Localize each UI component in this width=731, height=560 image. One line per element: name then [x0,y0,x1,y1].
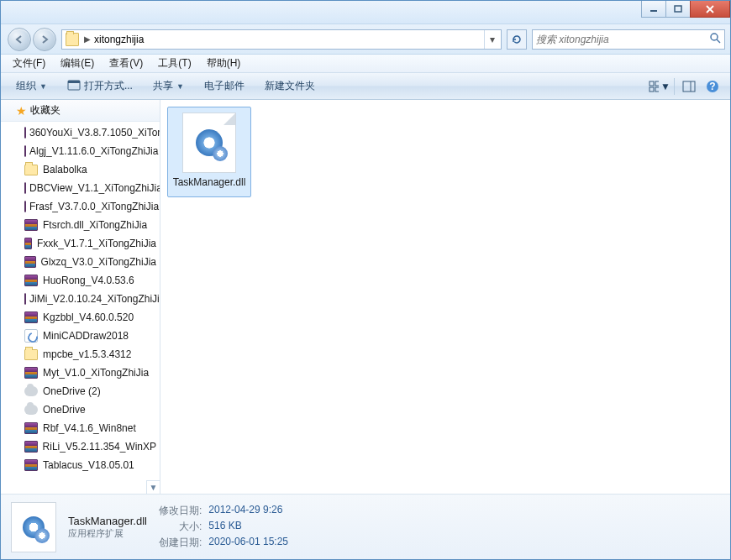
email-label: 电子邮件 [204,79,245,93]
scroll-down-button[interactable]: ▼ [146,480,160,494]
email-button[interactable]: 电子邮件 [196,76,253,96]
close-button[interactable] [690,1,730,18]
menu-file[interactable]: 文件(F) [6,55,52,72]
sidebar-item[interactable]: Rbf_V4.1.6_Win8net [1,419,160,437]
breadcrumb-sep-icon[interactable]: ▶ [81,34,94,44]
content-area[interactable]: TaskManager.dll [160,100,730,494]
preview-pane-button[interactable] [678,77,700,96]
sidebar-item[interactable]: OneDrive (2) [1,382,160,400]
rar-icon [24,275,38,286]
sidebar-item[interactable]: Algj_V1.11.6.0_XiTongZhiJia [1,142,160,160]
svg-rect-7 [655,81,659,86]
sidebar-item[interactable]: JiMi_V2.0.10.24_XiTongZhiJia [1,290,160,308]
rar-icon [24,422,38,434]
sidebar-item[interactable]: mpcbe_v1.5.3.4312 [1,345,160,364]
search-input[interactable] [536,34,709,45]
folder-icon [66,33,79,46]
size-value: 516 KB [208,520,288,534]
help-icon: ? [706,80,719,93]
sidebar-item-label: Tablacus_V18.05.01 [43,459,134,471]
sidebar-item[interactable]: DBCView_V1.1_XiTongZhiJia [1,179,160,197]
open-with-icon [67,79,81,93]
rar-icon [24,238,32,249]
organize-label: 组织 [16,79,36,93]
svg-rect-10 [683,81,695,92]
rar-icon [24,441,38,453]
svg-rect-1 [675,6,681,12]
sidebar-item-label: Kgzbbl_V4.60.0.520 [43,311,134,323]
menu-tools[interactable]: 工具(T) [151,55,197,72]
sidebar-item-label: Glxzq_V3.0_XiTongZhiJia [41,256,156,268]
arrow-left-icon [14,34,24,44]
modified-label: 修改日期: [159,504,202,518]
svg-rect-8 [649,87,654,92]
sidebar-item[interactable]: Tablacus_V18.05.01 [1,456,160,474]
sidebar-item-label: OneDrive (2) [43,385,101,397]
folder-icon [24,165,38,175]
sidebar-item-label: DBCView_V1.1_XiTongZhiJia [29,182,160,194]
details-filetype: 应用程序扩展 [68,527,147,540]
view-options-button[interactable]: ▼ [649,77,671,96]
created-label: 创建日期: [159,536,202,550]
sidebar-item[interactable]: MiniCADDraw2018 [1,327,160,345]
minimize-button[interactable] [641,1,666,18]
sidebar-item[interactable]: Ftsrch.dll_XiTongZhiJia [1,216,160,234]
organize-button[interactable]: 组织 ▼ [8,76,55,96]
sidebar-item[interactable]: HuoRong_V4.0.53.6 [1,271,160,290]
arrow-right-icon [39,34,50,44]
maximize-button[interactable] [665,1,691,18]
sidebar-item-label: Frasf_V3.7.0.0_XiTongZhiJia [29,201,159,212]
view-icon [649,81,659,92]
forward-button[interactable] [33,28,56,51]
sidebar-item[interactable]: Glxzq_V3.0_XiTongZhiJia [1,253,160,271]
open-with-button[interactable]: 打开方式... [59,76,141,96]
sidebar-item-label: Algj_V1.11.6.0_XiTongZhiJia [29,145,158,157]
sidebar-item[interactable]: 360YouXi_V3.8.7.1050_XiTongZhiJia [1,123,160,142]
svg-rect-6 [649,81,654,86]
svg-rect-5 [68,81,80,83]
details-pane: TaskManager.dll 应用程序扩展 修改日期: 2012-04-29 … [1,494,730,559]
sidebar-item[interactable]: Balabolka [1,160,160,179]
preview-pane-icon [682,81,696,92]
details-name-block: TaskManager.dll 应用程序扩展 [68,515,147,540]
svg-rect-0 [650,10,657,12]
sidebar-tree: 360YouXi_V3.8.7.1050_XiTongZhiJiaAlgj_V1… [1,122,160,480]
search-icon[interactable] [709,32,721,46]
back-button[interactable] [8,28,31,51]
menu-help[interactable]: 帮助(H) [200,55,248,72]
sidebar-item[interactable]: Myt_V1.0_XiTongZhiJia [1,364,160,382]
menu-view[interactable]: 查看(V) [103,55,150,72]
sidebar-item-label: JiMi_V2.0.10.24_XiTongZhiJia [29,293,160,305]
sidebar-item-label: MiniCADDraw2018 [43,330,129,342]
search-box[interactable] [532,29,725,50]
window-controls [642,1,730,18]
sidebar-item[interactable]: Fxxk_V1.7.1_XiTongZhiJia [1,234,160,253]
sidebar-item[interactable]: Kgzbbl_V4.60.0.520 [1,308,160,327]
help-button[interactable]: ? [702,77,723,96]
refresh-button[interactable] [507,29,527,50]
new-folder-button[interactable]: 新建文件夹 [256,76,323,96]
file-name: TaskManager.dll [173,176,246,190]
onedrive-icon [24,386,38,396]
address-bar[interactable]: ▶ xitongzhijia ▾ [61,29,502,50]
sidebar: ★ 收藏夹 360YouXi_V3.8.7.1050_XiTongZhiJiaA… [1,100,160,494]
sidebar-item-label: Balabolka [43,164,87,175]
rar-icon [24,256,36,268]
details-thumbnail [11,502,56,552]
file-item-selected[interactable]: TaskManager.dll [167,107,251,197]
separator [674,78,675,95]
sidebar-item[interactable]: RiLi_V5.2.11.354_WinXP [1,437,160,456]
sidebar-item[interactable]: OneDrive [1,400,160,419]
size-label: 大小: [159,520,202,534]
sidebar-item[interactable]: Frasf_V3.7.0.0_XiTongZhiJia [1,197,160,216]
sidebar-item-label: Fxxk_V1.7.1_XiTongZhiJia [37,238,156,249]
breadcrumb-folder[interactable]: xitongzhijia [94,34,144,45]
gear-icon [21,515,46,540]
favorites-header[interactable]: ★ 收藏夹 [1,100,160,122]
share-button[interactable]: 共享 ▼ [145,76,192,96]
gear-icon [194,128,224,158]
address-dropdown-icon[interactable]: ▾ [484,30,499,49]
svg-text:?: ? [709,81,715,92]
menu-edit[interactable]: 编辑(E) [54,55,101,72]
chevron-down-icon: ▼ [39,82,47,91]
